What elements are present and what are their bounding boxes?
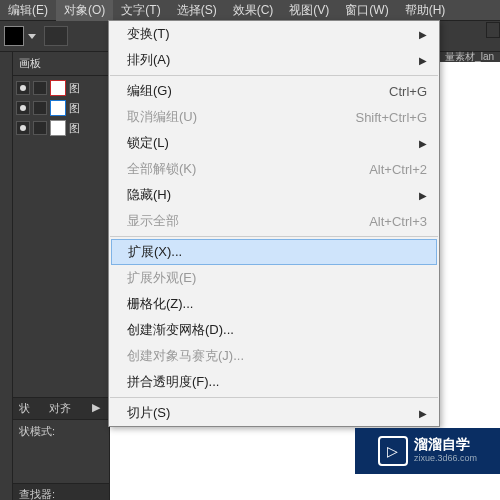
watermark-url: zixue.3d66.com [414,451,477,465]
visibility-toggle[interactable] [16,101,30,115]
layer-row[interactable]: 图 [13,78,109,98]
right-panel-collapse[interactable] [486,22,500,38]
menu-help[interactable]: 帮助(H) [397,0,454,21]
menu-item-expand[interactable]: 扩展(X)... [111,239,437,265]
stroke-chip[interactable] [44,26,68,46]
layer-row[interactable]: 图 [13,98,109,118]
menu-item-lock[interactable]: 锁定(L)▶ [109,130,439,156]
menu-separator [110,236,438,237]
layers-panel: 画板 图 图 图 状 对齐 [13,52,110,500]
menu-item-arrange[interactable]: 排列(A)▶ [109,47,439,73]
submenu-arrow-icon: ▶ [419,29,427,40]
submenu-arrow-icon: ▶ [419,190,427,201]
play-icon: ▷ [378,436,408,466]
menu-select[interactable]: 选择(S) [169,0,225,21]
menu-text[interactable]: 文字(T) [113,0,168,21]
finder-label: 查找器: [13,484,109,500]
left-gutter [0,52,13,500]
menu-edit[interactable]: 编辑(E) [0,0,56,21]
watermark-badge: ▷ 溜溜自学 zixue.3d66.com [355,428,500,474]
menu-item-transform[interactable]: 变换(T)▶ [109,21,439,47]
layer-name: 图 [69,81,80,96]
tab-more-icon[interactable]: ▶ [83,398,109,419]
fill-dropdown-icon[interactable] [28,34,36,39]
menu-item-ungroup: 取消编组(U)Shift+Ctrl+G [109,104,439,130]
layer-thumb [50,100,66,116]
finder-row: 查找器: [13,483,109,500]
tab-transform[interactable]: 状 [13,398,36,419]
menu-item-slice[interactable]: 切片(S)▶ [109,400,439,426]
main-menubar: 编辑(E) 对象(O) 文字(T) 选择(S) 效果(C) 视图(V) 窗口(W… [0,0,500,20]
menu-item-mosaic: 创建对象马赛克(J)... [109,343,439,369]
submenu-arrow-icon: ▶ [419,55,427,66]
menu-item-rasterize[interactable]: 栅格化(Z)... [109,291,439,317]
submenu-arrow-icon: ▶ [419,138,427,149]
lock-toggle[interactable] [33,101,47,115]
menu-item-hide[interactable]: 隐藏(H)▶ [109,182,439,208]
tab-align[interactable]: 对齐 [36,398,83,419]
menu-item-unlockall: 全部解锁(K)Alt+Ctrl+2 [109,156,439,182]
menu-separator [110,75,438,76]
fill-color-chip[interactable] [4,26,24,46]
visibility-toggle[interactable] [16,121,30,135]
visibility-toggle[interactable] [16,81,30,95]
menu-window[interactable]: 窗口(W) [337,0,396,21]
object-menu-dropdown: 变换(T)▶ 排列(A)▶ 编组(G)Ctrl+G 取消编组(U)Shift+C… [108,20,440,427]
shape-mode-label: 状模式: [13,420,109,443]
submenu-arrow-icon: ▶ [419,408,427,419]
panel-title-artboards: 画板 [13,52,109,76]
menu-effect[interactable]: 效果(C) [225,0,282,21]
layer-thumb [50,80,66,96]
menu-item-gradient-mesh[interactable]: 创建渐变网格(D)... [109,317,439,343]
menu-view[interactable]: 视图(V) [281,0,337,21]
menu-object[interactable]: 对象(O) [56,0,113,21]
menu-item-showall: 显示全部Alt+Ctrl+3 [109,208,439,234]
lock-toggle[interactable] [33,121,47,135]
watermark-brand: 溜溜自学 [414,437,477,451]
document-tab-name: 量素材_lan [445,50,494,64]
lock-toggle[interactable] [33,81,47,95]
menu-separator [110,397,438,398]
menu-item-expand-appearance: 扩展外观(E) [109,265,439,291]
transform-panel-tabs: 状 对齐 ▶ [13,397,109,420]
layer-name: 图 [69,121,80,136]
layer-thumb [50,120,66,136]
layer-name: 图 [69,101,80,116]
menu-item-group[interactable]: 编组(G)Ctrl+G [109,78,439,104]
menu-item-flatten-transparency[interactable]: 拼合透明度(F)... [109,369,439,395]
layer-row[interactable]: 图 [13,118,109,138]
